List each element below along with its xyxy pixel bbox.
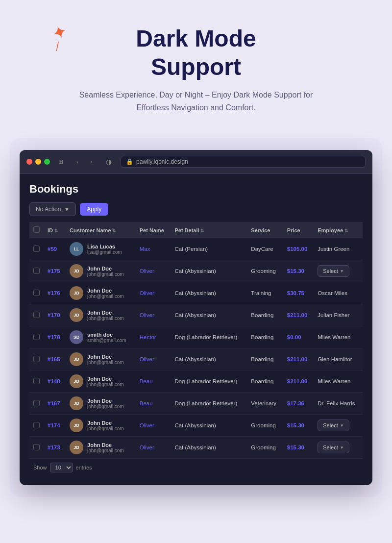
col-customer-name[interactable]: Customer Name (66, 222, 136, 238)
employee-select-btn[interactable]: Select (318, 265, 349, 277)
row-price: $30.75 (283, 282, 314, 304)
row-pet-name: Beau (136, 370, 171, 393)
row-pet-name: Oliver (136, 304, 171, 326)
row-employee: Oscar Miles (314, 282, 363, 304)
row-service: Boarding (247, 370, 283, 393)
action-label: No Action (36, 206, 61, 213)
customer-email: john@gmail.com (87, 382, 124, 387)
row-price: $211.00 (283, 370, 314, 393)
traffic-light-red[interactable] (26, 159, 32, 165)
row-checkbox[interactable] (33, 422, 40, 428)
row-checkbox[interactable] (33, 378, 40, 384)
row-pet-detail: Dog (Labrador Retriever) (171, 393, 247, 415)
dropdown-arrow-icon: ▼ (64, 206, 70, 213)
row-pet-detail: Dog (Labrador Retriever) (171, 326, 247, 348)
row-service: Boarding (247, 348, 283, 370)
row-checkbox[interactable] (33, 356, 40, 362)
customer-email: john@gmail.com (87, 360, 124, 365)
row-pet-name: Hector (136, 326, 171, 348)
col-pet-detail[interactable]: Pet Detail (171, 222, 247, 238)
col-employee[interactable]: Employee (314, 222, 363, 238)
customer-name: John Doe (87, 310, 124, 316)
traffic-light-green[interactable] (44, 159, 50, 165)
main-title: Dark Mode Support (136, 25, 256, 81)
row-customer: JD John Doe john@gmail.com (66, 393, 136, 415)
row-checkbox[interactable] (33, 246, 40, 252)
row-customer: JD John Doe john@gmail.com (66, 282, 136, 304)
row-checkbox[interactable] (33, 312, 40, 318)
row-employee: Select (314, 260, 363, 282)
row-customer: JD John Doe john@gmail.com (66, 370, 136, 393)
row-checkbox-cell (29, 326, 44, 348)
employee-name: Julian Fisher (318, 312, 349, 318)
row-checkbox-cell (29, 415, 44, 437)
action-dropdown[interactable]: No Action ▼ (29, 202, 76, 216)
employee-select-btn[interactable]: Select (318, 442, 349, 453)
traffic-light-yellow[interactable] (35, 159, 41, 165)
row-checkbox[interactable] (33, 334, 40, 340)
row-checkbox[interactable] (33, 290, 40, 296)
employee-name: Miles Warren (318, 334, 350, 340)
row-price: $0.00 (283, 326, 314, 348)
back-btn[interactable]: ‹ (72, 156, 83, 168)
row-pet-detail: Cat (Abyssinian) (171, 415, 247, 437)
row-pet-name: Oliver (136, 437, 171, 459)
customer-email: john@gmail.com (87, 404, 124, 409)
header-section: ✦∕ Dark Mode Support Seamless Experience… (0, 0, 392, 128)
row-checkbox[interactable] (33, 444, 40, 450)
row-checkbox-cell (29, 348, 44, 370)
employee-name: Glen Hamiltor (318, 356, 352, 362)
row-customer: JD John Doe john@gmail.com (66, 437, 136, 459)
row-checkbox[interactable] (33, 268, 40, 274)
apply-button[interactable]: Apply (80, 203, 108, 216)
row-employee: Julian Fisher (314, 304, 363, 326)
row-customer: JD John Doe john@gmail.com (66, 348, 136, 370)
traffic-lights (26, 159, 50, 165)
row-service: Boarding (247, 326, 283, 348)
employee-name: Oscar Miles (318, 290, 347, 296)
row-id: #148 (44, 370, 66, 393)
row-pet-detail: Cat (Abyssinian) (171, 304, 247, 326)
row-price: $211.00 (283, 304, 314, 326)
row-pet-name: Oliver (136, 260, 171, 282)
table-row: #173 JD John Doe john@gmail.com Oliver C… (29, 437, 363, 459)
row-customer: JD John Doe john@gmail.com (66, 260, 136, 282)
row-price: $211.00 (283, 348, 314, 370)
employee-name: Justin Green (318, 246, 349, 252)
forward-btn[interactable]: › (85, 156, 97, 168)
entries-label: entries (76, 465, 92, 470)
row-employee: Select (314, 437, 363, 459)
customer-name: John Doe (87, 420, 124, 426)
row-pet-detail: Cat (Persian) (171, 238, 247, 260)
entries-select[interactable]: 10 25 50 (50, 463, 73, 472)
url-bar[interactable]: 🔒 pawlly.iqonic.design (121, 156, 366, 168)
employee-name: Dr. Felix Harris (318, 400, 355, 406)
row-employee: Select (314, 415, 363, 437)
row-service: Grooming (247, 437, 283, 459)
customer-email: john@gmail.com (87, 426, 124, 431)
employee-name: Miles Warren (318, 378, 350, 384)
table-row: #59 LL Lisa Lucas lisa@gmail.com Max Cat… (29, 238, 363, 260)
row-checkbox[interactable] (33, 400, 40, 406)
row-pet-detail: Dog (Labrador Retriever) (171, 370, 247, 393)
customer-name: John Doe (87, 376, 124, 382)
col-pet-name: Pet Name (136, 222, 171, 238)
browser-container: ⊞ ‹ › ◑ 🔒 pawlly.iqonic.design Bookings … (10, 138, 382, 497)
row-checkbox-cell (29, 370, 44, 393)
row-pet-detail: Cat (Abyssinian) (171, 282, 247, 304)
customer-email: john@gmail.com (87, 316, 124, 321)
customer-email: john@gmail.com (87, 272, 124, 277)
customer-name: John Doe (87, 266, 124, 272)
theme-toggle-btn[interactable]: ◑ (102, 155, 116, 169)
sidebar-toggle-btn[interactable]: ⊞ (55, 156, 67, 168)
row-pet-name: Oliver (136, 282, 171, 304)
customer-name: John Doe (87, 354, 124, 360)
row-price: $17.36 (283, 393, 314, 415)
customer-name: John Doe (87, 288, 124, 294)
show-label: Show (33, 465, 47, 470)
row-service: Boarding (247, 304, 283, 326)
employee-select-btn[interactable]: Select (318, 420, 349, 431)
row-price: $15.30 (283, 415, 314, 437)
row-employee: Miles Warren (314, 370, 363, 393)
col-id[interactable]: ID (44, 222, 66, 238)
